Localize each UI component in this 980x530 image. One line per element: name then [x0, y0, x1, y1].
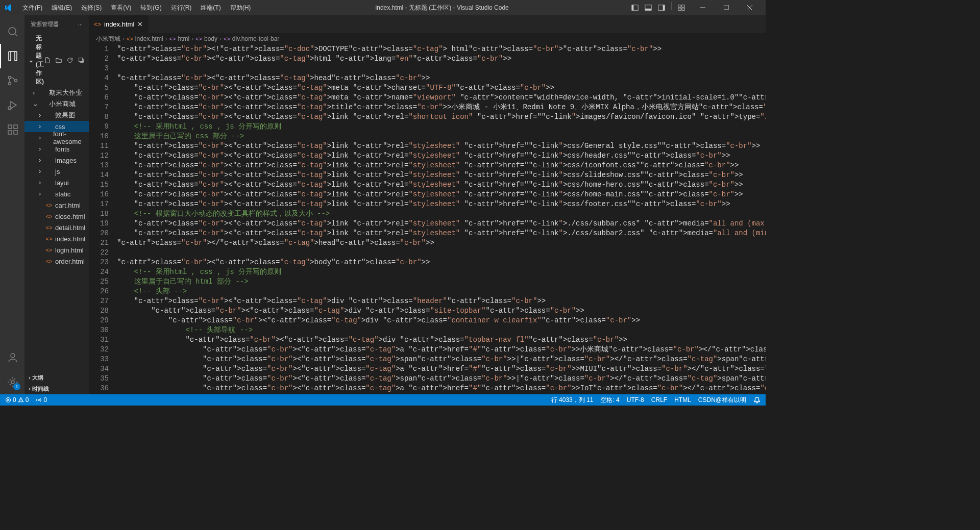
- new-file-icon[interactable]: [44, 57, 51, 64]
- file-item[interactable]: <>login.html: [24, 244, 89, 256]
- svg-line-15: [15, 34, 17, 36]
- file-item[interactable]: <>close.html: [24, 211, 89, 222]
- breadcrumb-item[interactable]: 小米商城: [96, 35, 120, 43]
- breadcrumb-item[interactable]: <>body: [195, 35, 217, 42]
- status-encoding[interactable]: UTF-8: [627, 396, 644, 403]
- breadcrumb-item[interactable]: <>html: [169, 35, 190, 42]
- svg-rect-1: [632, 5, 634, 11]
- new-folder-icon[interactable]: [55, 57, 62, 64]
- svg-point-18: [15, 80, 17, 82]
- extensions-icon[interactable]: [0, 117, 24, 142]
- status-csdn[interactable]: CSDN@祥有以明: [698, 396, 746, 405]
- code-editor[interactable]: 1234567891011121314151617181920212223242…: [89, 44, 766, 394]
- breadcrumbs: 小米商城 › <>index.html › <>html › <>body › …: [89, 33, 766, 44]
- svg-rect-6: [678, 5, 681, 7]
- breadcrumb-item[interactable]: <>index.html: [127, 35, 163, 42]
- svg-rect-23: [14, 125, 17, 129]
- status-line-col[interactable]: 行 4033，列 11: [551, 396, 594, 405]
- toggle-panel-icon[interactable]: [643, 2, 654, 13]
- tag-icon: <>: [224, 36, 230, 42]
- tab-label: index.html: [104, 20, 134, 28]
- folder-item[interactable]: ›images: [24, 155, 89, 166]
- window-title: index.html - 无标题 (工作区) - Visual Studio C…: [255, 4, 629, 12]
- file-item[interactable]: <>index.html: [24, 233, 89, 244]
- statusbar: 0 0 0 行 4033，列 11 空格: 4 UTF-8 CRLF HTML …: [0, 394, 766, 406]
- sidebar-header: 资源管理器 ···: [24, 15, 89, 33]
- svg-point-25: [11, 381, 14, 384]
- status-port[interactable]: 0: [36, 396, 47, 403]
- file-item[interactable]: <>order.html: [24, 256, 89, 267]
- menu-file[interactable]: 文件(F): [18, 2, 46, 14]
- svg-point-33: [38, 399, 40, 401]
- folder-item[interactable]: ›static: [24, 188, 89, 199]
- menu-selection[interactable]: 选择(S): [77, 2, 106, 14]
- html-file-icon: <>: [94, 21, 101, 28]
- search-icon[interactable]: [0, 19, 24, 44]
- tab-index-html[interactable]: <> index.html ✕: [89, 15, 149, 33]
- html-file-icon: <>: [127, 36, 133, 42]
- svg-rect-3: [645, 9, 651, 11]
- menu-bar: 文件(F) 编辑(E) 选择(S) 查看(V) 转到(G) 运行(R) 终端(T…: [18, 2, 255, 14]
- explorer-icon[interactable]: [0, 44, 24, 68]
- menu-help[interactable]: 帮助(H): [226, 2, 255, 14]
- vscode-logo: [4, 4, 12, 12]
- run-debug-icon[interactable]: [0, 93, 24, 117]
- sidebar-title: 资源管理器: [31, 20, 59, 28]
- status-language[interactable]: HTML: [674, 396, 691, 403]
- folder-item[interactable]: ›font-awesome: [24, 132, 89, 143]
- menu-go[interactable]: 转到(G): [136, 2, 165, 14]
- chevron-right-icon: ›: [29, 374, 31, 381]
- tag-icon: <>: [195, 36, 202, 42]
- file-item[interactable]: <>detail.html: [24, 222, 89, 233]
- toggle-primary-sidebar-icon[interactable]: [629, 2, 641, 13]
- collapse-all-icon[interactable]: [78, 57, 85, 64]
- menu-edit[interactable]: 编辑(E): [47, 2, 76, 14]
- status-errors[interactable]: 0 0: [5, 396, 29, 403]
- editor-area: <> index.html ✕ ··· 小米商城 › <>index.html …: [89, 15, 766, 394]
- chevron-down-icon: ⌄: [29, 57, 34, 64]
- folder-item[interactable]: ›效果图: [24, 110, 89, 121]
- file-tree: ›期末大作业⌄小米商城›效果图›css›font-awesome›fonts›i…: [24, 87, 89, 372]
- line-numbers: 1234567891011121314151617181920212223242…: [89, 44, 117, 394]
- source-control-icon[interactable]: [0, 68, 24, 93]
- breadcrumb-item[interactable]: <>div.home-tool-bar: [224, 35, 279, 42]
- svg-point-16: [9, 77, 11, 79]
- folder-item[interactable]: ⌄小米商城: [24, 98, 89, 110]
- toggle-secondary-sidebar-icon[interactable]: [656, 2, 667, 13]
- accounts-icon[interactable]: [0, 345, 24, 370]
- more-actions-icon[interactable]: ···: [78, 21, 83, 28]
- minimize-button[interactable]: [691, 0, 715, 15]
- menu-view[interactable]: 查看(V): [107, 2, 135, 14]
- folder-item[interactable]: ›layui: [24, 177, 89, 188]
- folder-item[interactable]: ›js: [24, 166, 89, 177]
- svg-rect-9: [682, 8, 684, 10]
- customize-layout-icon[interactable]: [676, 2, 687, 13]
- timeline-panel[interactable]: › 时间线: [24, 383, 89, 394]
- status-eol[interactable]: CRLF: [651, 396, 667, 403]
- close-button[interactable]: [738, 0, 762, 15]
- settings-icon[interactable]: [0, 370, 24, 394]
- folder-item[interactable]: ›期末大作业: [24, 87, 89, 98]
- workspace-header[interactable]: ⌄ 无标题 (工作区): [24, 33, 89, 87]
- titlebar: 文件(F) 编辑(E) 选择(S) 查看(V) 转到(G) 运行(R) 终端(T…: [0, 0, 766, 15]
- sidebar: 资源管理器 ··· ⌄ 无标题 (工作区) ›期末大作业⌄小米商城›效果图›cs…: [24, 15, 89, 394]
- refresh-icon[interactable]: [66, 57, 74, 64]
- outline-panel[interactable]: › 大纲: [24, 372, 89, 383]
- menu-run[interactable]: 运行(R): [167, 2, 196, 14]
- code-content[interactable]: "c-attr">class="c-br"><!"c-attr">class="…: [117, 44, 766, 394]
- menu-terminal[interactable]: 终端(T): [197, 2, 225, 14]
- svg-rect-21: [8, 131, 12, 134]
- svg-rect-7: [682, 5, 684, 7]
- file-item[interactable]: <>cart.html: [24, 199, 89, 211]
- maximize-button[interactable]: [715, 0, 738, 15]
- svg-rect-26: [79, 58, 83, 62]
- status-spaces[interactable]: 空格: 4: [600, 396, 619, 405]
- close-tab-icon[interactable]: ✕: [137, 20, 143, 28]
- svg-rect-8: [678, 8, 681, 10]
- status-notifications-icon[interactable]: [753, 396, 761, 403]
- svg-point-24: [11, 354, 15, 358]
- svg-rect-5: [663, 5, 665, 11]
- workspace-name: 无标题 (工作区): [36, 34, 44, 86]
- activity-bar: [0, 15, 24, 394]
- tag-icon: <>: [169, 36, 176, 42]
